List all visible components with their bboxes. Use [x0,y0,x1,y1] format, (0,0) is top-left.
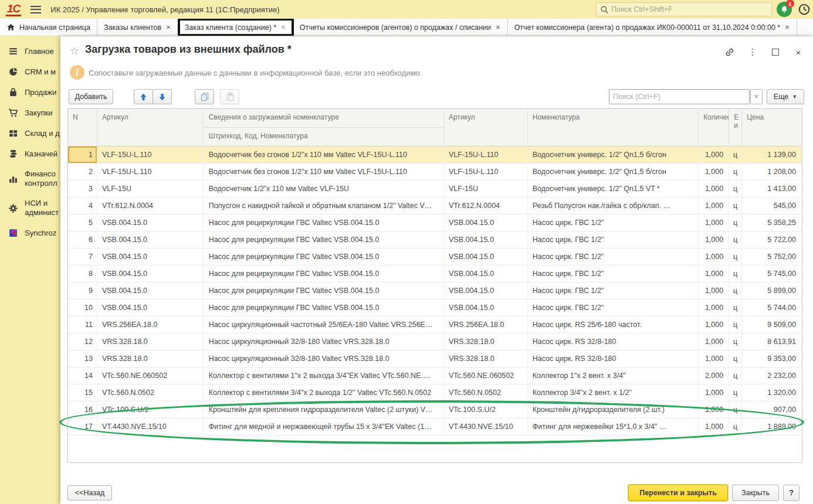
cell-sku2[interactable]: VLF-15U-L.110 [444,147,528,163]
cell-desc[interactable]: Насос циркуляционный 32/8-180 Valtec VRS… [203,350,444,367]
cell-desc[interactable]: Водосчетчик 1/2"х 110 мм Valtec VLF-15U [203,181,444,197]
table-row[interactable]: 16VTc.100.S.U/2Кронштейн для крепления г… [68,401,802,418]
table-row[interactable]: 5VSB.004.15.0Насос для рециркуляции ГВС … [68,214,802,231]
cell-sku2[interactable]: VSB.004.15.0 [444,248,528,265]
sidebar-item-1[interactable]: CRM и м [0,62,60,82]
tab-close-icon[interactable]: × [495,23,501,32]
cell-unit[interactable]: ц [729,316,742,333]
cell-nom[interactable]: Коллектор 1"х 2 вент. х 3/4" [528,367,699,384]
cell-sku2[interactable]: VTc.100.S.U/2 [444,401,528,418]
cell-qty[interactable]: 1,000 [699,265,729,282]
cell-sku2[interactable]: VSB.004.15.0 [444,231,528,248]
sidebar-item-5[interactable]: Казначей [0,144,60,164]
table-search[interactable] [609,89,750,104]
sidebar-item-0[interactable]: Главное [0,41,60,62]
sidebar-item-4[interactable]: Склад и д [0,123,60,144]
cell-price[interactable]: 9 353,00 [742,350,802,367]
cell-desc[interactable]: Фитинг для медной и нержавеющей трубы 15… [203,418,444,435]
table-row[interactable]: 7VSB.004.15.0Насос для рециркуляции ГВС … [68,248,802,265]
cell-unit[interactable]: ц [729,248,742,265]
cell-price[interactable]: 1 208,00 [742,164,802,180]
cell-sku2[interactable]: VRS.256EA.18.0 [444,316,528,333]
cell-desc[interactable]: Коллектор с вентилями 1"х 2 выхода 3/4"Е… [203,367,444,384]
cell-sku2[interactable]: VRS.328.18.0 [444,350,528,367]
global-search-input[interactable] [609,5,771,13]
cell-unit[interactable]: ц [729,265,742,282]
cell-unit[interactable]: ц [729,401,742,418]
cell-qty[interactable]: 1,000 [699,401,729,418]
transfer-and-close-button[interactable]: Перенести и закрыть [628,485,728,501]
cell-n[interactable]: 10 [68,299,97,316]
cell-n[interactable]: 3 [68,181,97,197]
sidebar-item-3[interactable]: Закупки [0,103,60,123]
cell-qty[interactable]: 1,000 [699,333,729,350]
tab-4[interactable]: Отчет комиссионера (агента) о продажах И… [508,19,797,36]
cell-price[interactable]: 5 358,25 [742,214,802,231]
cell-sku[interactable]: VSB.004.15.0 [97,214,203,231]
tab-2[interactable]: Заказ клиента (создание) *× [178,19,293,36]
cell-nom[interactable]: Насос цирк. ГВС 1/2" [528,265,699,282]
cell-sku2[interactable]: VTc.560.NE.060502 [444,367,528,384]
cell-price[interactable]: 2 232,00 [742,367,802,384]
cell-nom[interactable]: Насос цирк. ГВС 1/2" [528,248,699,265]
cell-price[interactable]: 9 509,00 [742,316,802,333]
close-button[interactable]: Закрыть [732,485,779,501]
cell-desc[interactable]: Насос для рециркуляции ГВС Valtec VSB.00… [203,248,444,265]
cell-n[interactable]: 2 [68,164,97,180]
cell-price[interactable]: 545,00 [742,197,802,214]
cell-nom[interactable]: Насос цирк. ГВС 1/2" [528,299,699,316]
cell-sku2[interactable]: VSB.004.15.0 [444,265,528,282]
cell-nom[interactable]: Насос цирк. RS 25/6-180 частот. [528,316,699,333]
cell-sku[interactable]: VTr.612.N.0004 [97,197,203,214]
cell-sku[interactable]: VTc.100.S.U/2 [97,401,203,418]
sidebar-item-8[interactable]: Synchroz [0,223,60,243]
cell-desc[interactable]: Водосчетчик без сгонов 1/2"х 110 мм Valt… [203,164,444,180]
sidebar-item-7[interactable]: НСИ иадминист [0,193,60,223]
cell-sku2[interactable]: VSB.004.15.0 [444,299,528,316]
cell-unit[interactable]: ц [729,350,742,367]
global-search[interactable] [596,2,772,16]
cell-qty[interactable]: 1,000 [699,197,729,214]
cell-price[interactable]: 5 899,00 [742,282,802,299]
table-row[interactable]: 8VSB.004.15.0Насос для рециркуляции ГВС … [68,265,802,282]
add-button[interactable]: Добавить [69,89,113,104]
cell-sku[interactable]: VSB.004.15.0 [97,282,203,299]
cell-nom[interactable]: Резьб Полусгон нак./гайка с обр/клап. … [528,197,699,214]
tab-1[interactable]: Заказы клиентов× [97,19,178,36]
cell-sku2[interactable]: VT.4430.NVE.15/10 [444,418,528,435]
cell-unit[interactable]: ц [729,214,742,231]
cell-desc[interactable]: Насос для рециркуляции ГВС Valtec VSB.00… [203,299,444,316]
help-button[interactable]: ? [783,485,800,501]
table-row[interactable]: 4VTr.612.N.0004Полусгон с накидной гайко… [68,197,802,214]
cell-nom[interactable]: Кронштейн д/гидроразделителя (2 шт.) [528,401,699,418]
cell-unit[interactable]: ц [729,333,742,350]
cell-price[interactable]: 1 413,00 [742,181,802,197]
cell-nom[interactable]: Водосчетчик универс. 1/2" Qn1,5 б/сгон [528,164,699,180]
cell-desc[interactable]: Водосчетчик без сгонов 1/2"х 110 мм Valt… [203,147,444,163]
cell-sku2[interactable]: VSB.004.15.0 [444,214,528,231]
table-search-input[interactable] [609,93,749,101]
cell-qty[interactable]: 1,000 [699,384,729,401]
table-row[interactable]: 1VLF-15U-L.110Водосчетчик без сгонов 1/2… [68,147,802,164]
cell-sku2[interactable]: VTc.560.N.0502 [444,384,528,401]
cell-n[interactable]: 9 [68,282,97,299]
cell-sku2[interactable]: VLF-15U-L.110 [444,164,528,180]
cell-price[interactable]: 907,00 [742,401,802,418]
more-menu-icon[interactable]: ⋮ [746,46,759,59]
cell-n[interactable]: 8 [68,265,97,282]
cell-n[interactable]: 14 [68,367,97,384]
cell-qty[interactable]: 1,000 [699,214,729,231]
cell-n[interactable]: 11 [68,316,97,333]
cell-qty[interactable]: 1,000 [699,299,729,316]
cell-unit[interactable]: ц [729,231,742,248]
cell-n[interactable]: 16 [68,401,97,418]
cell-qty[interactable]: 2,000 [699,367,729,384]
cell-n[interactable]: 1 [68,147,97,163]
cell-sku2[interactable]: VTr.612.N.0004 [444,197,528,214]
cell-qty[interactable]: 1,000 [699,282,729,299]
cell-sku[interactable]: VSB.004.15.0 [97,265,203,282]
table-row[interactable]: 9VSB.004.15.0Насос для рециркуляции ГВС … [68,282,802,299]
cell-qty[interactable]: 1,000 [699,418,729,435]
paste-button[interactable] [220,89,239,104]
cell-desc[interactable]: Насос для рециркуляции ГВС Valtec VSB.00… [203,265,444,282]
